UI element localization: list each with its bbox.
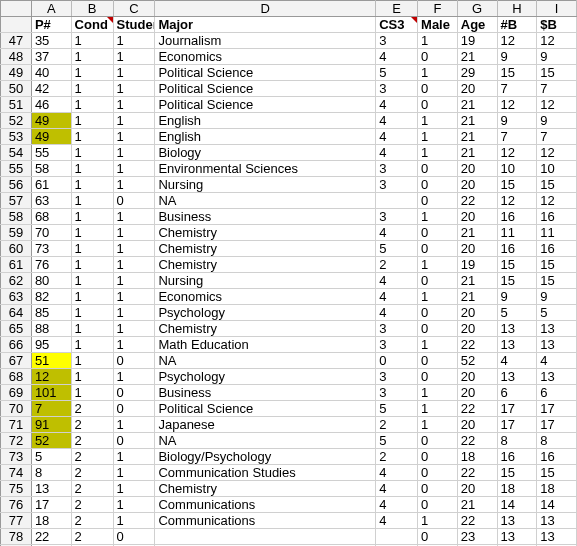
cell[interactable]: 46 <box>31 97 71 113</box>
cell[interactable]: 0 <box>418 433 458 449</box>
cell[interactable]: 42 <box>31 81 71 97</box>
cell[interactable]: 4 <box>376 145 418 161</box>
cell[interactable]: 1 <box>71 241 113 257</box>
cell[interactable]: 49 <box>31 113 71 129</box>
cell[interactable]: 16 <box>497 209 537 225</box>
col-header-B[interactable]: B <box>71 1 113 17</box>
cell[interactable]: 1 <box>71 161 113 177</box>
cell[interactable]: 22 <box>457 337 497 353</box>
cell[interactable]: 20 <box>457 305 497 321</box>
row-header[interactable]: 74 <box>1 465 32 481</box>
cell[interactable] <box>376 193 418 209</box>
cell[interactable]: 2 <box>376 417 418 433</box>
header-cell-D[interactable]: Major <box>155 17 376 33</box>
cell[interactable]: 1 <box>71 225 113 241</box>
cell[interactable]: 20 <box>457 81 497 97</box>
cell[interactable]: 13 <box>537 529 577 545</box>
cell[interactable]: 9 <box>537 289 577 305</box>
row-header[interactable]: 48 <box>1 49 32 65</box>
cell[interactable]: 1 <box>71 385 113 401</box>
cell[interactable]: 13 <box>537 513 577 529</box>
cell[interactable]: Political Science <box>155 401 376 417</box>
table-row[interactable]: 70720Political Science51221717 <box>1 401 577 417</box>
table-row[interactable]: 586811Business31201616 <box>1 209 577 225</box>
cell[interactable]: 15 <box>497 65 537 81</box>
cell[interactable]: 68 <box>31 209 71 225</box>
cell[interactable]: 0 <box>113 401 155 417</box>
table-row[interactable]: 719121Japanese21201717 <box>1 417 577 433</box>
cell[interactable]: 15 <box>537 257 577 273</box>
cell[interactable]: 1 <box>418 145 458 161</box>
cell[interactable]: 1 <box>113 241 155 257</box>
table-row[interactable]: 473511Journalism31191212 <box>1 33 577 49</box>
cell[interactable]: 16 <box>497 449 537 465</box>
row-header[interactable]: 72 <box>1 433 32 449</box>
cell[interactable]: 15 <box>497 273 537 289</box>
cell[interactable]: 0 <box>418 225 458 241</box>
row-header[interactable]: 49 <box>1 65 32 81</box>
cell[interactable]: 13 <box>537 321 577 337</box>
cell[interactable]: 10 <box>497 161 537 177</box>
cell[interactable]: 1 <box>418 289 458 305</box>
table-row[interactable]: 524911English412199 <box>1 113 577 129</box>
cell[interactable]: 2 <box>71 401 113 417</box>
table-row[interactable]: 725220NA502288 <box>1 433 577 449</box>
cell[interactable]: 3 <box>376 385 418 401</box>
cell[interactable]: 15 <box>537 177 577 193</box>
cell[interactable]: 2 <box>71 481 113 497</box>
cell[interactable]: 61 <box>31 177 71 193</box>
cell[interactable]: 17 <box>31 497 71 513</box>
cell[interactable]: English <box>155 113 376 129</box>
cell[interactable]: Political Science <box>155 81 376 97</box>
cell[interactable]: 17 <box>497 401 537 417</box>
cell[interactable]: 1 <box>113 369 155 385</box>
row-header[interactable]: 66 <box>1 337 32 353</box>
cell[interactable]: Political Science <box>155 65 376 81</box>
cell[interactable]: 9 <box>537 113 577 129</box>
cell[interactable]: 7 <box>537 129 577 145</box>
cell[interactable]: 0 <box>113 529 155 545</box>
cell[interactable]: 4 <box>376 497 418 513</box>
col-header-F[interactable]: F <box>418 1 458 17</box>
cell[interactable]: Chemistry <box>155 225 376 241</box>
cell[interactable]: 0 <box>113 433 155 449</box>
row-header[interactable]: 65 <box>1 321 32 337</box>
col-header-A[interactable]: A <box>31 1 71 17</box>
cell[interactable]: 1 <box>418 417 458 433</box>
cell[interactable]: NA <box>155 353 376 369</box>
cell[interactable]: 1 <box>71 337 113 353</box>
row-header[interactable]: 68 <box>1 369 32 385</box>
cell[interactable]: 1 <box>71 81 113 97</box>
cell[interactable]: 1 <box>418 65 458 81</box>
cell[interactable]: 4 <box>376 273 418 289</box>
table-row[interactable]: 6910110Business312066 <box>1 385 577 401</box>
cell[interactable]: Math Education <box>155 337 376 353</box>
cell[interactable]: 3 <box>376 369 418 385</box>
cell[interactable]: Economics <box>155 289 376 305</box>
cell[interactable]: 0 <box>418 465 458 481</box>
cell[interactable]: 82 <box>31 289 71 305</box>
cell[interactable]: 16 <box>537 209 577 225</box>
cell[interactable]: 15 <box>497 177 537 193</box>
cell[interactable]: 18 <box>537 481 577 497</box>
cell[interactable]: 2 <box>71 465 113 481</box>
row-header[interactable]: 62 <box>1 273 32 289</box>
row-header[interactable]: 50 <box>1 81 32 97</box>
cell[interactable]: 1 <box>113 49 155 65</box>
cell[interactable]: 5 <box>376 241 418 257</box>
cell[interactable]: 52 <box>31 433 71 449</box>
cell[interactable]: Communication Studies <box>155 465 376 481</box>
table-row[interactable]: 761721Communications40211414 <box>1 497 577 513</box>
cell[interactable]: 1 <box>71 65 113 81</box>
cell[interactable]: 2 <box>71 433 113 449</box>
row-header[interactable]: 63 <box>1 289 32 305</box>
row-header[interactable]: 51 <box>1 97 32 113</box>
cell[interactable]: 9 <box>497 49 537 65</box>
cell[interactable]: 1 <box>113 449 155 465</box>
cell[interactable]: NA <box>155 193 376 209</box>
table-row[interactable]: 669511Math Education31221313 <box>1 337 577 353</box>
cell[interactable] <box>155 529 376 545</box>
cell[interactable]: 1 <box>71 49 113 65</box>
col-header-E[interactable]: E <box>376 1 418 17</box>
row-header[interactable]: 75 <box>1 481 32 497</box>
